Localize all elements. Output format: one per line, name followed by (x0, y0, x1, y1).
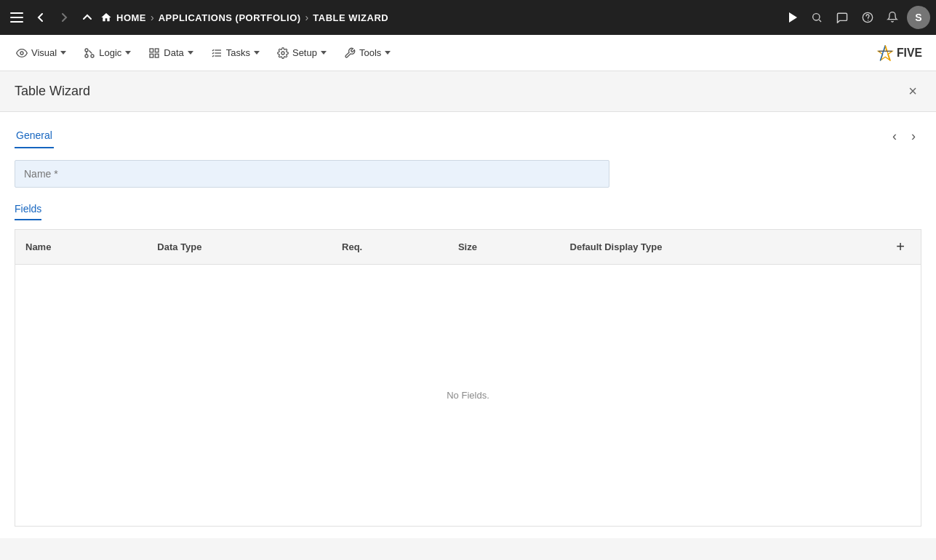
no-fields-row: No Fields. (15, 265, 921, 527)
panel-title: Table Wizard (15, 84, 90, 99)
svg-point-8 (85, 55, 88, 57)
fields-table: Name Data Type Req. Size Default Display… (15, 229, 921, 527)
forward-button[interactable] (54, 7, 74, 28)
chat-button[interactable] (831, 7, 853, 28)
col-data-type: Data Type (147, 230, 332, 265)
nav-right: S (783, 6, 930, 29)
nav-left: HOME › APPLICATIONS (PORTFOLIO) › TABLE … (6, 7, 783, 28)
svg-rect-11 (150, 54, 153, 57)
name-field-container (15, 160, 921, 188)
breadcrumb-home[interactable]: HOME (100, 12, 146, 23)
tools-menu-button[interactable]: Tools (337, 43, 398, 63)
top-navigation: HOME › APPLICATIONS (PORTFOLIO) › TABLE … (0, 0, 936, 35)
toolbar: Visual Logic Data Tasks Setup (0, 35, 936, 71)
setup-menu-button[interactable]: Setup (270, 43, 334, 63)
col-req: Req. (332, 230, 448, 265)
tab-navigation: ‹ › (887, 126, 921, 147)
svg-rect-9 (150, 49, 153, 52)
svg-text:FIVE: FIVE (897, 47, 922, 59)
fields-section: Fields Name Data Type Req. Size Default … (15, 202, 921, 527)
svg-marker-17 (879, 45, 892, 60)
breadcrumb-separator-1: › (151, 12, 154, 23)
help-button[interactable] (857, 7, 878, 28)
panel-body: General ‹ › Fields Name Data Type Req. S… (0, 112, 936, 538)
back-button[interactable] (31, 7, 51, 28)
svg-point-5 (20, 52, 23, 55)
col-default-display-type: Default Display Type (560, 230, 881, 265)
svg-point-16 (281, 52, 284, 55)
tabs-row: General ‹ › (15, 124, 921, 148)
tab-general[interactable]: General (15, 124, 54, 148)
tab-prev-button[interactable]: ‹ (887, 126, 903, 147)
breadcrumb-separator-2: › (305, 12, 309, 23)
visual-menu-button[interactable]: Visual (9, 43, 73, 63)
svg-rect-2 (10, 21, 23, 23)
data-menu-button[interactable]: Data (141, 43, 200, 63)
main-panel: Table Wizard × General ‹ › Fields Name (0, 71, 936, 538)
five-logo-svg: FIVE (876, 41, 927, 65)
tab-next-button[interactable]: › (905, 126, 921, 147)
svg-rect-12 (156, 54, 159, 57)
col-name: Name (15, 230, 148, 265)
panel-header: Table Wizard × (0, 71, 936, 112)
breadcrumb-applications[interactable]: APPLICATIONS (PORTFOLIO) (159, 12, 301, 23)
fields-table-header: Name Data Type Req. Size Default Display… (15, 230, 921, 265)
panel-close-button[interactable]: × (904, 81, 921, 101)
breadcrumb-table-wizard[interactable]: TABLE WIZARD (313, 12, 388, 23)
svg-rect-10 (156, 49, 159, 52)
svg-point-7 (85, 49, 88, 52)
up-button[interactable] (77, 7, 97, 28)
add-field-button[interactable]: + (890, 237, 911, 257)
svg-point-6 (91, 55, 94, 57)
col-add: + (880, 230, 921, 265)
svg-point-3 (813, 14, 820, 20)
avatar-button[interactable]: S (907, 6, 930, 29)
breadcrumb: HOME › APPLICATIONS (PORTFOLIO) › TABLE … (100, 12, 388, 23)
tasks-menu-button[interactable]: Tasks (204, 43, 267, 63)
five-logo: FIVE (876, 41, 927, 65)
search-button[interactable] (807, 7, 827, 28)
name-input[interactable] (15, 160, 609, 188)
svg-rect-0 (10, 12, 23, 14)
no-fields-message: No Fields. (15, 265, 921, 527)
menu-button[interactable] (6, 8, 28, 27)
notifications-button[interactable] (882, 7, 903, 28)
play-button[interactable] (783, 7, 802, 28)
col-size: Size (448, 230, 560, 265)
logic-menu-button[interactable]: Logic (76, 43, 138, 63)
fields-table-body: No Fields. (15, 265, 921, 527)
fields-tab[interactable]: Fields (15, 203, 41, 220)
tabs-list: General (15, 124, 68, 148)
svg-rect-1 (10, 17, 23, 18)
